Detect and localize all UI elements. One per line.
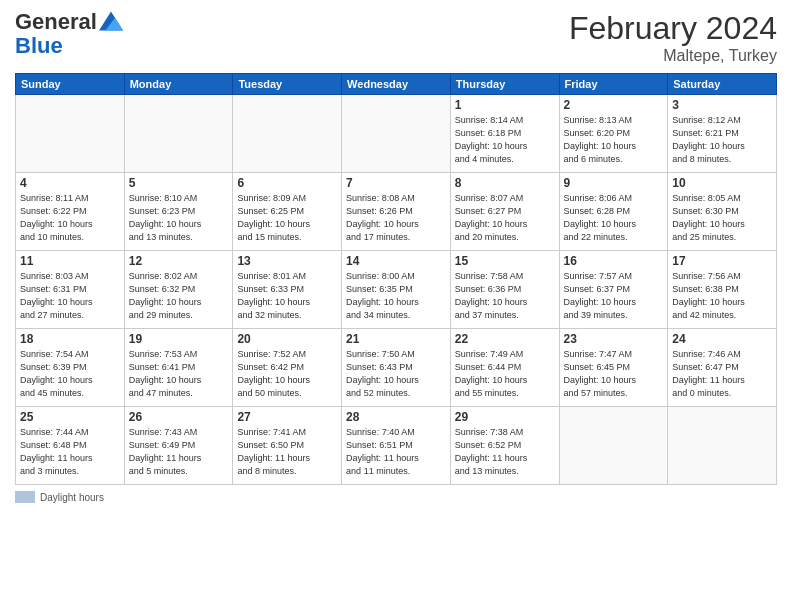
day-number: 23 — [564, 332, 664, 346]
calendar-cell: 23Sunrise: 7:47 AM Sunset: 6:45 PM Dayli… — [559, 329, 668, 407]
day-number: 16 — [564, 254, 664, 268]
calendar-cell: 14Sunrise: 8:00 AM Sunset: 6:35 PM Dayli… — [342, 251, 451, 329]
day-number: 17 — [672, 254, 772, 268]
day-number: 2 — [564, 98, 664, 112]
calendar-day-header: Wednesday — [342, 74, 451, 95]
day-info: Sunrise: 7:47 AM Sunset: 6:45 PM Dayligh… — [564, 348, 664, 400]
calendar-cell: 6Sunrise: 8:09 AM Sunset: 6:25 PM Daylig… — [233, 173, 342, 251]
day-number: 5 — [129, 176, 229, 190]
day-info: Sunrise: 7:44 AM Sunset: 6:48 PM Dayligh… — [20, 426, 120, 478]
logo-general: General — [15, 10, 97, 34]
day-info: Sunrise: 7:54 AM Sunset: 6:39 PM Dayligh… — [20, 348, 120, 400]
calendar-cell — [124, 95, 233, 173]
calendar-week-row: 18Sunrise: 7:54 AM Sunset: 6:39 PM Dayli… — [16, 329, 777, 407]
page-container: General Blue February 2024 Maltepe, Turk… — [0, 0, 792, 513]
day-number: 10 — [672, 176, 772, 190]
day-info: Sunrise: 8:01 AM Sunset: 6:33 PM Dayligh… — [237, 270, 337, 322]
calendar-day-header: Tuesday — [233, 74, 342, 95]
day-number: 25 — [20, 410, 120, 424]
day-info: Sunrise: 7:46 AM Sunset: 6:47 PM Dayligh… — [672, 348, 772, 400]
day-info: Sunrise: 8:10 AM Sunset: 6:23 PM Dayligh… — [129, 192, 229, 244]
day-info: Sunrise: 8:03 AM Sunset: 6:31 PM Dayligh… — [20, 270, 120, 322]
calendar-cell: 9Sunrise: 8:06 AM Sunset: 6:28 PM Daylig… — [559, 173, 668, 251]
calendar-week-row: 1Sunrise: 8:14 AM Sunset: 6:18 PM Daylig… — [16, 95, 777, 173]
calendar-cell: 24Sunrise: 7:46 AM Sunset: 6:47 PM Dayli… — [668, 329, 777, 407]
logo: General Blue — [15, 10, 123, 58]
calendar-cell: 11Sunrise: 8:03 AM Sunset: 6:31 PM Dayli… — [16, 251, 125, 329]
calendar-cell: 8Sunrise: 8:07 AM Sunset: 6:27 PM Daylig… — [450, 173, 559, 251]
day-number: 22 — [455, 332, 555, 346]
day-number: 6 — [237, 176, 337, 190]
day-number: 12 — [129, 254, 229, 268]
calendar-cell: 15Sunrise: 7:58 AM Sunset: 6:36 PM Dayli… — [450, 251, 559, 329]
calendar-cell — [233, 95, 342, 173]
calendar-cell: 12Sunrise: 8:02 AM Sunset: 6:32 PM Dayli… — [124, 251, 233, 329]
calendar-cell: 26Sunrise: 7:43 AM Sunset: 6:49 PM Dayli… — [124, 407, 233, 485]
day-number: 18 — [20, 332, 120, 346]
day-number: 24 — [672, 332, 772, 346]
calendar-cell: 4Sunrise: 8:11 AM Sunset: 6:22 PM Daylig… — [16, 173, 125, 251]
calendar-cell: 17Sunrise: 7:56 AM Sunset: 6:38 PM Dayli… — [668, 251, 777, 329]
day-info: Sunrise: 7:50 AM Sunset: 6:43 PM Dayligh… — [346, 348, 446, 400]
calendar-week-row: 25Sunrise: 7:44 AM Sunset: 6:48 PM Dayli… — [16, 407, 777, 485]
legend-label: Daylight hours — [40, 492, 104, 503]
calendar-cell — [16, 95, 125, 173]
title-block: February 2024 Maltepe, Turkey — [569, 10, 777, 65]
month-title: February 2024 — [569, 10, 777, 47]
calendar-day-header: Sunday — [16, 74, 125, 95]
day-info: Sunrise: 8:12 AM Sunset: 6:21 PM Dayligh… — [672, 114, 772, 166]
day-number: 28 — [346, 410, 446, 424]
day-info: Sunrise: 8:02 AM Sunset: 6:32 PM Dayligh… — [129, 270, 229, 322]
calendar-cell: 28Sunrise: 7:40 AM Sunset: 6:51 PM Dayli… — [342, 407, 451, 485]
day-number: 29 — [455, 410, 555, 424]
day-info: Sunrise: 8:00 AM Sunset: 6:35 PM Dayligh… — [346, 270, 446, 322]
day-info: Sunrise: 7:43 AM Sunset: 6:49 PM Dayligh… — [129, 426, 229, 478]
day-info: Sunrise: 7:38 AM Sunset: 6:52 PM Dayligh… — [455, 426, 555, 478]
day-number: 3 — [672, 98, 772, 112]
calendar-cell: 13Sunrise: 8:01 AM Sunset: 6:33 PM Dayli… — [233, 251, 342, 329]
calendar-day-header: Monday — [124, 74, 233, 95]
calendar-cell: 25Sunrise: 7:44 AM Sunset: 6:48 PM Dayli… — [16, 407, 125, 485]
day-info: Sunrise: 8:14 AM Sunset: 6:18 PM Dayligh… — [455, 114, 555, 166]
day-info: Sunrise: 7:41 AM Sunset: 6:50 PM Dayligh… — [237, 426, 337, 478]
calendar-cell: 1Sunrise: 8:14 AM Sunset: 6:18 PM Daylig… — [450, 95, 559, 173]
day-info: Sunrise: 7:49 AM Sunset: 6:44 PM Dayligh… — [455, 348, 555, 400]
calendar-cell — [668, 407, 777, 485]
day-number: 1 — [455, 98, 555, 112]
calendar-week-row: 11Sunrise: 8:03 AM Sunset: 6:31 PM Dayli… — [16, 251, 777, 329]
calendar-day-header: Saturday — [668, 74, 777, 95]
calendar-cell — [559, 407, 668, 485]
calendar-cell: 7Sunrise: 8:08 AM Sunset: 6:26 PM Daylig… — [342, 173, 451, 251]
calendar-cell: 5Sunrise: 8:10 AM Sunset: 6:23 PM Daylig… — [124, 173, 233, 251]
day-info: Sunrise: 8:13 AM Sunset: 6:20 PM Dayligh… — [564, 114, 664, 166]
day-info: Sunrise: 7:52 AM Sunset: 6:42 PM Dayligh… — [237, 348, 337, 400]
calendar-cell: 27Sunrise: 7:41 AM Sunset: 6:50 PM Dayli… — [233, 407, 342, 485]
day-info: Sunrise: 7:56 AM Sunset: 6:38 PM Dayligh… — [672, 270, 772, 322]
calendar-cell: 21Sunrise: 7:50 AM Sunset: 6:43 PM Dayli… — [342, 329, 451, 407]
day-info: Sunrise: 8:09 AM Sunset: 6:25 PM Dayligh… — [237, 192, 337, 244]
footer: Daylight hours — [15, 491, 777, 503]
calendar-cell: 18Sunrise: 7:54 AM Sunset: 6:39 PM Dayli… — [16, 329, 125, 407]
day-number: 26 — [129, 410, 229, 424]
day-number: 13 — [237, 254, 337, 268]
subtitle: Maltepe, Turkey — [569, 47, 777, 65]
day-info: Sunrise: 8:07 AM Sunset: 6:27 PM Dayligh… — [455, 192, 555, 244]
calendar-cell: 10Sunrise: 8:05 AM Sunset: 6:30 PM Dayli… — [668, 173, 777, 251]
day-info: Sunrise: 8:08 AM Sunset: 6:26 PM Dayligh… — [346, 192, 446, 244]
calendar-cell: 29Sunrise: 7:38 AM Sunset: 6:52 PM Dayli… — [450, 407, 559, 485]
day-info: Sunrise: 8:05 AM Sunset: 6:30 PM Dayligh… — [672, 192, 772, 244]
day-number: 14 — [346, 254, 446, 268]
day-info: Sunrise: 7:53 AM Sunset: 6:41 PM Dayligh… — [129, 348, 229, 400]
calendar-cell — [342, 95, 451, 173]
calendar-body: 1Sunrise: 8:14 AM Sunset: 6:18 PM Daylig… — [16, 95, 777, 485]
day-number: 21 — [346, 332, 446, 346]
day-info: Sunrise: 8:11 AM Sunset: 6:22 PM Dayligh… — [20, 192, 120, 244]
calendar-day-header: Friday — [559, 74, 668, 95]
calendar-cell: 2Sunrise: 8:13 AM Sunset: 6:20 PM Daylig… — [559, 95, 668, 173]
day-number: 20 — [237, 332, 337, 346]
legend-box — [15, 491, 35, 503]
day-info: Sunrise: 8:06 AM Sunset: 6:28 PM Dayligh… — [564, 192, 664, 244]
day-number: 4 — [20, 176, 120, 190]
day-number: 27 — [237, 410, 337, 424]
day-info: Sunrise: 7:40 AM Sunset: 6:51 PM Dayligh… — [346, 426, 446, 478]
